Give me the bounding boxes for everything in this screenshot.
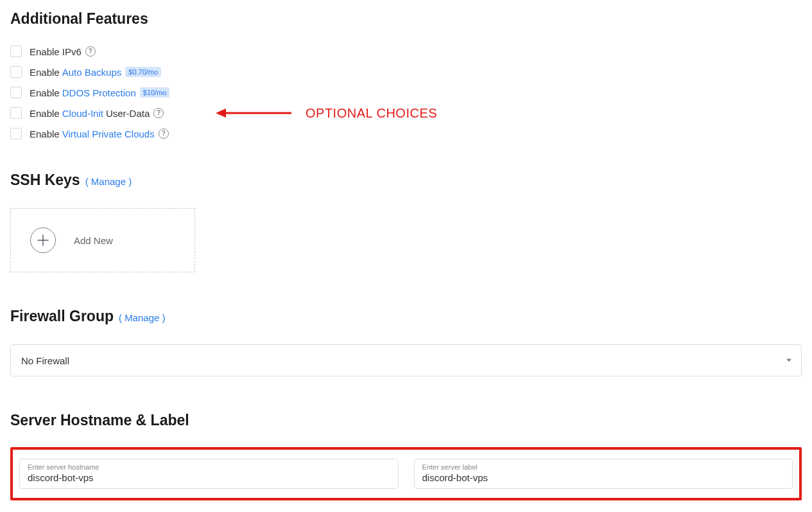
feature-auto-backups: Enable Auto Backups $0.70/mo xyxy=(10,66,802,78)
firewall-select[interactable]: No Firewall xyxy=(10,344,802,376)
additional-features-heading: Additional Features xyxy=(10,10,802,28)
auto-backups-link[interactable]: Auto Backups xyxy=(62,67,122,78)
auto-backups-checkbox[interactable] xyxy=(10,66,22,78)
help-icon[interactable]: ? xyxy=(159,128,169,139)
hostname-heading: Server Hostname & Label xyxy=(10,412,802,429)
label-field[interactable]: Enter server label xyxy=(414,459,793,489)
price-badge: $10/mo xyxy=(140,87,170,98)
ssh-keys-heading-row: SSH Keys ( Manage ) xyxy=(10,172,802,189)
feature-prefix: Enable xyxy=(30,87,60,98)
label-input-label: Enter server label xyxy=(422,463,785,471)
add-ssh-key-button[interactable]: Add New xyxy=(10,208,195,272)
ipv6-checkbox[interactable] xyxy=(10,46,22,57)
label-input[interactable] xyxy=(422,472,785,483)
add-new-label: Add New xyxy=(74,235,113,246)
help-icon[interactable]: ? xyxy=(153,108,164,118)
feature-prefix: Enable xyxy=(30,46,60,57)
feature-suffix: IPv6 xyxy=(62,46,82,57)
firewall-manage-link[interactable]: ( Manage ) xyxy=(119,312,166,323)
feature-ipv6: Enable IPv6 ? xyxy=(10,46,802,57)
ddos-link[interactable]: DDOS Protection xyxy=(62,87,136,98)
hostname-input[interactable] xyxy=(28,472,390,483)
firewall-heading-row: Firewall Group ( Manage ) xyxy=(10,308,802,325)
cloud-init-checkbox[interactable] xyxy=(10,107,22,119)
firewall-select-wrap: No Firewall xyxy=(10,344,802,376)
feature-ddos: Enable DDOS Protection $10/mo xyxy=(10,87,802,98)
feature-cloud-init: Enable Cloud-Init User-Data ? xyxy=(10,107,802,119)
firewall-heading: Firewall Group xyxy=(10,308,114,325)
ssh-manage-link[interactable]: ( Manage ) xyxy=(85,176,132,187)
help-icon[interactable]: ? xyxy=(85,46,96,57)
feature-prefix: Enable xyxy=(30,108,60,119)
price-badge: $0.70/mo xyxy=(125,67,161,77)
chevron-down-icon xyxy=(786,359,791,362)
vpc-link[interactable]: Virtual Private Clouds xyxy=(62,128,155,139)
feature-vpc: Enable Virtual Private Clouds ? xyxy=(10,128,802,139)
vpc-checkbox[interactable] xyxy=(10,128,22,139)
firewall-selected-label: No Firewall xyxy=(21,355,69,366)
feature-suffix: User-Data xyxy=(106,108,150,119)
plus-icon xyxy=(30,227,56,253)
hostname-field[interactable]: Enter server hostname xyxy=(19,459,399,489)
hostname-input-label: Enter server hostname xyxy=(28,463,390,471)
features-list: Enable IPv6 ? Enable Auto Backups $0.70/… xyxy=(10,46,802,139)
feature-label: Enable Auto Backups $0.70/mo xyxy=(30,67,161,78)
feature-label: Enable Cloud-Init User-Data ? xyxy=(30,108,164,119)
feature-label: Enable IPv6 ? xyxy=(30,46,96,57)
hostname-highlight-box: Enter server hostname Enter server label xyxy=(10,447,802,500)
ssh-keys-heading: SSH Keys xyxy=(10,172,80,189)
feature-prefix: Enable xyxy=(30,128,60,139)
feature-label: Enable DDOS Protection $10/mo xyxy=(30,87,169,98)
cloud-init-link[interactable]: Cloud-Init xyxy=(62,108,103,119)
feature-prefix: Enable xyxy=(30,67,60,78)
feature-label: Enable Virtual Private Clouds ? xyxy=(30,128,169,139)
ddos-checkbox[interactable] xyxy=(10,87,22,98)
